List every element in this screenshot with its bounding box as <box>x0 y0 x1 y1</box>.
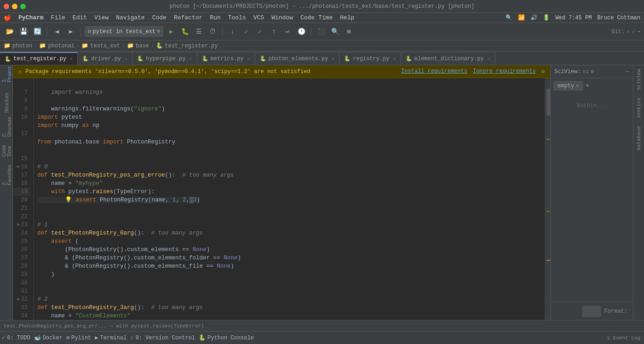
sciview-settings-icon[interactable]: ⚙ <box>591 68 594 75</box>
breadcrumb-item-tests-ext[interactable]: 📁 tests_ext <box>81 42 120 49</box>
folder-icon-4: 📁 <box>127 42 134 49</box>
code-content[interactable]: import warnings warnings.filterwarnings(… <box>34 78 545 320</box>
z-structure-icon[interactable]: Z: Structure <box>1 121 12 132</box>
code-line-22: # 1 <box>37 222 48 228</box>
back-btn[interactable]: ◀ <box>51 26 63 38</box>
code-line-7 <box>37 97 41 104</box>
warning-actions: Install requirements Ignore requirements… <box>401 68 545 75</box>
search-btn[interactable]: 🔍 <box>329 26 341 38</box>
breadcrumb-item-photonai[interactable]: 📁 photonai <box>39 42 75 49</box>
forward-btn[interactable]: ▶ <box>65 26 77 38</box>
git-push-btn[interactable]: ↑ <box>268 26 280 38</box>
git-check1-btn[interactable]: ✓ <box>240 26 252 38</box>
run-btn[interactable]: ▶ <box>165 26 177 38</box>
tab-close-driver[interactable]: ✕ <box>125 56 127 62</box>
apple-menu[interactable]: 🍎 <box>4 14 11 22</box>
traffic-lights[interactable] <box>4 4 26 9</box>
navigate-menu[interactable]: Navigate <box>116 14 144 21</box>
code-menu[interactable]: Code <box>152 14 167 21</box>
breadcrumb-item-base[interactable]: 📁 base <box>127 42 149 49</box>
warning-settings-icon[interactable]: ⚙ <box>541 68 545 75</box>
code-editor[interactable]: 7 8 9 10 12 15 ▶16 17 18 19 20 21 22 <box>13 78 550 320</box>
toolbar-separator-2 <box>80 27 81 36</box>
tools-menu[interactable]: Tools <box>228 14 246 21</box>
close-button[interactable] <box>4 4 9 9</box>
sciview-minimize-icon[interactable]: — <box>626 69 629 75</box>
sciview-add-btn[interactable]: + <box>585 82 590 90</box>
sciview-empty-tab[interactable]: empty ✕ <box>553 81 583 91</box>
code-time-icon[interactable]: Code Time <box>1 145 12 156</box>
tab-photon-elements[interactable]: 🐍 photon_elements.py ✕ <box>255 52 340 65</box>
bottom-tab-pylint[interactable]: ⚙ Pylint <box>64 332 93 344</box>
tab-close-photon-elements[interactable]: ✕ <box>332 56 334 62</box>
view-menu[interactable]: View <box>94 14 109 21</box>
tab-close-hyperpipe[interactable]: ✕ <box>190 56 192 62</box>
tab-element-dictionary[interactable]: 🐍 element_dictionary.py ✕ <box>401 52 495 65</box>
menu-search-icon[interactable]: 🔍 <box>506 14 512 21</box>
profile-btn[interactable]: ⏱ <box>207 26 218 38</box>
bottom-tab-docker[interactable]: 🐋 Docker <box>32 332 64 344</box>
tab-close-registry[interactable]: ✕ <box>393 56 396 62</box>
multirun-btn[interactable]: ⊞ <box>343 26 355 38</box>
event-log-btn[interactable]: 1 Event Log <box>603 335 644 341</box>
code-time-menu[interactable]: Code Time <box>300 14 333 21</box>
favorites-icon[interactable]: 2: Favorites <box>1 169 12 180</box>
app-name-menu[interactable]: PyCharm <box>18 14 44 21</box>
right-sidebar: SciView Jenkins Database <box>633 65 644 320</box>
tab-close-test-register[interactable]: ✕ <box>70 56 73 62</box>
todo-icon: ✓ <box>2 334 5 341</box>
bottom-tab-todo[interactable]: ✓ 6: TODO <box>0 332 32 344</box>
sciview-sidebar-tab[interactable]: SciView <box>633 65 644 94</box>
structure-icon[interactable]: Structure <box>1 97 12 109</box>
debug-btn[interactable]: 🐛 <box>179 26 191 38</box>
git-check2-btn[interactable]: ✓ <box>254 26 266 38</box>
maximize-button[interactable] <box>20 4 26 9</box>
breadcrumb-item-photon[interactable]: 📁 photon <box>4 42 32 49</box>
tab-hyperpipe[interactable]: 🐍 hyperpipe.py ✕ <box>132 52 197 65</box>
jenkins-sidebar-tab[interactable]: Jenkins <box>633 94 644 122</box>
minimize-button[interactable] <box>12 4 17 9</box>
code-line-30 <box>37 288 41 294</box>
coverage-btn[interactable]: ☰ <box>193 26 205 38</box>
ignore-requirements-btn[interactable]: Ignore requirements <box>473 68 536 75</box>
tab-close-element-dictionary[interactable]: ✕ <box>488 56 490 62</box>
terminal-btn[interactable]: ⬛ <box>315 26 327 38</box>
vcs-menu[interactable]: VCS <box>253 14 264 21</box>
empty-tab-close[interactable]: ✕ <box>576 82 579 89</box>
fold-arrow-32[interactable]: ▶ <box>17 295 20 304</box>
refactor-menu[interactable]: Refactor <box>174 14 202 21</box>
fold-arrow-16[interactable]: ▶ <box>17 163 20 171</box>
save-all-btn[interactable]: 💾 <box>17 26 29 38</box>
vcs-update-btn[interactable]: ↓ <box>226 26 238 38</box>
bottom-tab-python-console[interactable]: 🐍 Python Console <box>197 332 256 344</box>
breadcrumb-item-file[interactable]: 🐍 test_register.py <box>156 42 218 49</box>
tab-driver[interactable]: 🐍 driver.py ✕ <box>78 52 132 65</box>
tab-registry[interactable]: 🐍 registry.py ✕ <box>339 52 401 65</box>
window-menu[interactable]: Window <box>271 14 293 21</box>
tab-metrics[interactable]: 🐍 metrics.py ✕ <box>197 52 255 65</box>
rollback-btn[interactable]: ↩ <box>282 26 293 38</box>
history-btn[interactable]: 🕐 <box>295 26 307 38</box>
file-menu[interactable]: File <box>51 14 65 21</box>
database-sidebar-tab[interactable]: Database <box>633 122 644 154</box>
breadcrumb: 📁 photon › 📁 photonai › 📁 tests_ext › 📁 … <box>0 40 644 52</box>
run-menu[interactable]: Run <box>210 14 220 21</box>
edit-menu[interactable]: Edit <box>73 14 87 21</box>
sciview-tab-area: empty ✕ + <box>551 78 633 93</box>
open-file-btn[interactable]: 📂 <box>4 26 16 38</box>
folder-icon-3: 📁 <box>81 42 88 49</box>
bottom-tab-version-control[interactable]: ↕ 9: Version Control <box>128 332 197 344</box>
bottom-tab-terminal[interactable]: ▶ Terminal <box>93 332 128 344</box>
tab-close-metrics[interactable]: ✕ <box>247 56 250 62</box>
vertical-scrollbar[interactable] <box>545 78 550 320</box>
fold-arrow-23[interactable]: ▶ <box>17 221 20 229</box>
help-menu[interactable]: Help <box>340 14 354 21</box>
scrollbar-thumb[interactable] <box>546 88 550 116</box>
tab-py-icon: 🐍 <box>5 56 11 62</box>
menu-bar: 🍎 PyCharm File Edit View Navigate Code R… <box>0 13 644 23</box>
run-config-selector[interactable]: ⚙ pytest in tests_ext ▼ <box>85 26 163 37</box>
project-icon[interactable]: 1: Project <box>1 69 12 80</box>
sync-btn[interactable]: 🔄 <box>31 26 43 38</box>
tab-test-register[interactable]: 🐍 test_register.py ✕ <box>0 52 78 65</box>
install-requirements-btn[interactable]: Install requirements <box>401 68 467 75</box>
